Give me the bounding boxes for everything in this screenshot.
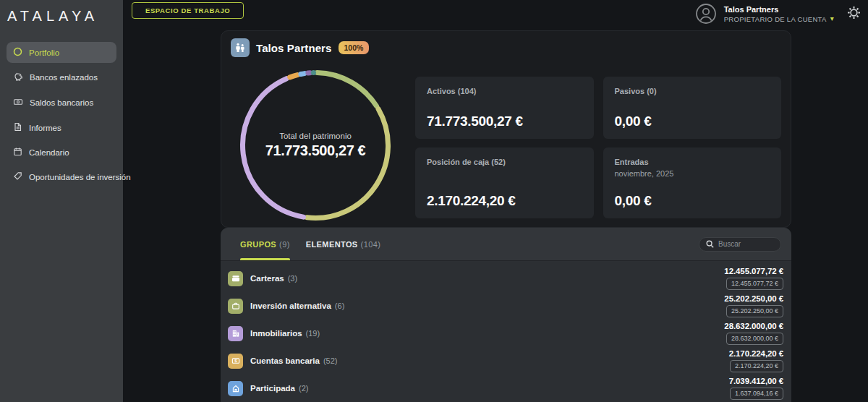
- app-logo: ATALAYA: [0, 0, 123, 25]
- workspace-button[interactable]: ESPACIO DE TRABAJO: [132, 2, 244, 19]
- calendar-icon: [13, 147, 22, 158]
- card-label: Pasivos (0): [615, 87, 770, 95]
- tab-label: GRUPOS: [240, 240, 276, 249]
- user-role-label: PROPIETARIO DE LA CUENTA: [724, 15, 827, 23]
- sidebar: ATALAYA PortfolioBancos enlazadosSaldos …: [0, 0, 123, 402]
- summary-card: Posición de caja (52)2.170.224,20 €: [415, 147, 594, 218]
- portfolio-summary-panel: Talos Partners 100% Total del patrimonio…: [221, 30, 791, 228]
- donut-segment-3: [243, 79, 304, 217]
- card-sublabel: noviembre, 2025: [615, 169, 770, 178]
- group-values: 2.170.224,20 €2.170.224,20 €: [729, 349, 783, 373]
- document-icon: [13, 122, 22, 133]
- account-owner-dropdown[interactable]: PROPIETARIO DE LA CUENTA ▾: [724, 15, 834, 23]
- chevron-down-icon: ▾: [830, 15, 834, 22]
- summary-card: Entradasnoviembre, 20250,00 €: [603, 147, 782, 218]
- group-primary-value: 12.455.077,72 €: [724, 267, 783, 275]
- sidebar-item-calendario[interactable]: Calendario: [7, 142, 116, 163]
- tab-grupos[interactable]: GRUPOS(9): [240, 228, 290, 260]
- home-icon: [228, 381, 243, 396]
- donut-segment-2: [307, 109, 388, 218]
- sidebar-item-oportunidades-de-inversi-n[interactable]: Oportunidades de inversión: [7, 166, 116, 187]
- tab-elementos[interactable]: ELEMENTOS(104): [306, 228, 381, 260]
- summary-cards: Activos (104)71.773.500,27 €Pasivos (0)0…: [415, 77, 781, 218]
- sidebar-item-label: Bancos enlazados: [30, 73, 98, 82]
- sidebar-item-label: Oportunidades de inversión: [29, 173, 131, 181]
- group-row-participada[interactable]: Participada(2)7.039.412,00 €1.637.094,16…: [228, 375, 783, 402]
- tab-label: ELEMENTOS: [306, 240, 358, 249]
- card-label: Activos (104): [427, 87, 582, 95]
- user-name: Talos Partners: [724, 5, 834, 14]
- group-values: 12.455.077,72 €12.455.077,72 €: [724, 267, 783, 291]
- tabstrip: GRUPOS(9)ELEMENTOS(104): [221, 228, 791, 261]
- group-label: Participada: [250, 384, 295, 393]
- group-values: 7.039.412,00 €1.637.094,16 €: [729, 377, 783, 401]
- dollar-bill-icon: $: [228, 354, 243, 369]
- group-count: (19): [306, 329, 320, 338]
- group-primary-value: 28.632.000,00 €: [724, 322, 783, 330]
- group-values: 25.202.250,00 €25.202.250,00 €: [724, 294, 783, 318]
- wallet-icon: [228, 271, 243, 286]
- sidebar-item-portfolio[interactable]: Portfolio: [7, 42, 116, 63]
- group-secondary-value: 25.202.250,00 €: [726, 305, 783, 318]
- group-secondary-value: 2.170.224,20 €: [730, 360, 783, 373]
- briefcase-icon: [228, 299, 243, 314]
- card-value: 0,00 €: [615, 193, 652, 209]
- group-label: Inmobiliarios: [250, 329, 302, 338]
- banknote-icon: [13, 97, 23, 108]
- group-secondary-value: 12.455.077,72 €: [726, 278, 783, 291]
- donut-segment-5: [301, 74, 305, 74]
- group-label: Cuentas bancaria: [250, 356, 320, 365]
- sidebar-item-bancos-enlazados[interactable]: Bancos enlazados: [7, 67, 116, 88]
- tab-count: (104): [361, 240, 381, 249]
- group-primary-value: 25.202.250,00 €: [724, 294, 783, 303]
- search-icon: [706, 238, 714, 251]
- group-secondary-value: 28.632.000,00 €: [726, 333, 783, 346]
- sidebar-item-saldos-bancarios[interactable]: Saldos bancarios: [7, 92, 116, 114]
- card-value: 0,00 €: [615, 114, 652, 129]
- sidebar-item-label: Calendario: [29, 148, 69, 157]
- sidebar-item-label: Saldos bancarios: [30, 98, 93, 107]
- avatar[interactable]: [695, 3, 717, 25]
- group-label: Carteras: [250, 274, 284, 283]
- group-label: Inversión alternativa: [250, 302, 331, 310]
- group-count: (2): [299, 384, 308, 393]
- group-values: 28.632.000,00 €28.632.000,00 €: [724, 322, 783, 346]
- group-primary-value: 7.039.412,00 €: [729, 377, 783, 385]
- group-row-inmobiliarios[interactable]: Inmobiliarios(19)28.632.000,00 €28.632.0…: [228, 320, 783, 347]
- gear-icon[interactable]: [847, 6, 861, 22]
- user-cluster: Talos Partners PROPIETARIO DE LA CUENTA …: [695, 3, 861, 25]
- group-row-carteras[interactable]: Carteras(3)12.455.077,72 €12.455.077,72 …: [228, 265, 783, 292]
- svg-text:$: $: [234, 359, 237, 363]
- card-value: 2.170.224,20 €: [427, 193, 516, 209]
- group-count: (6): [335, 302, 344, 310]
- donut-segment-4: [290, 75, 297, 77]
- patrimony-donut-chart: Total del patrimonio 71.773.500,27 €: [237, 67, 393, 223]
- group-row-inversi-n-alternativa[interactable]: Inversión alternativa(6)25.202.250,00 €2…: [228, 292, 783, 320]
- search-input[interactable]: [718, 240, 774, 248]
- group-primary-value: 2.170.224,20 €: [729, 349, 783, 358]
- card-label: Entradas: [615, 158, 770, 166]
- group-row-cuentas-bancaria[interactable]: $Cuentas bancaria(52)2.170.224,20 €2.170…: [228, 347, 783, 375]
- group-count: (52): [323, 356, 338, 365]
- summary-title: Talos Partners: [256, 42, 332, 54]
- user-texts: Talos Partners PROPIETARIO DE LA CUENTA …: [724, 5, 834, 23]
- sidebar-nav: PortfolioBancos enlazadosSaldos bancario…: [0, 42, 123, 187]
- group-count: (3): [288, 274, 297, 283]
- summary-header: Talos Partners 100%: [231, 38, 369, 57]
- group-secondary-value: 1.637.094,16 €: [730, 388, 783, 401]
- summary-card: Pasivos (0)0,00 €: [603, 77, 782, 139]
- sidebar-item-informes[interactable]: Informes: [7, 117, 116, 138]
- group-rows: Carteras(3)12.455.077,72 €12.455.077,72 …: [221, 261, 791, 402]
- circle-icon: [13, 47, 22, 58]
- summary-card: Activos (104)71.773.500,27 €: [415, 77, 594, 139]
- sidebar-item-label: Informes: [29, 124, 61, 132]
- sidebar-item-label: Portfolio: [29, 48, 59, 57]
- family-icon: [231, 38, 250, 57]
- donut-segment-1: [317, 73, 376, 106]
- piggy-bank-icon: [13, 72, 23, 83]
- groups-panel: GRUPOS(9)ELEMENTOS(104) Carteras(3)12.45…: [221, 228, 791, 402]
- card-label: Posición de caja (52): [427, 158, 582, 166]
- searchbox: [699, 237, 781, 252]
- completeness-badge: 100%: [339, 41, 370, 54]
- tab-count: (9): [279, 240, 290, 249]
